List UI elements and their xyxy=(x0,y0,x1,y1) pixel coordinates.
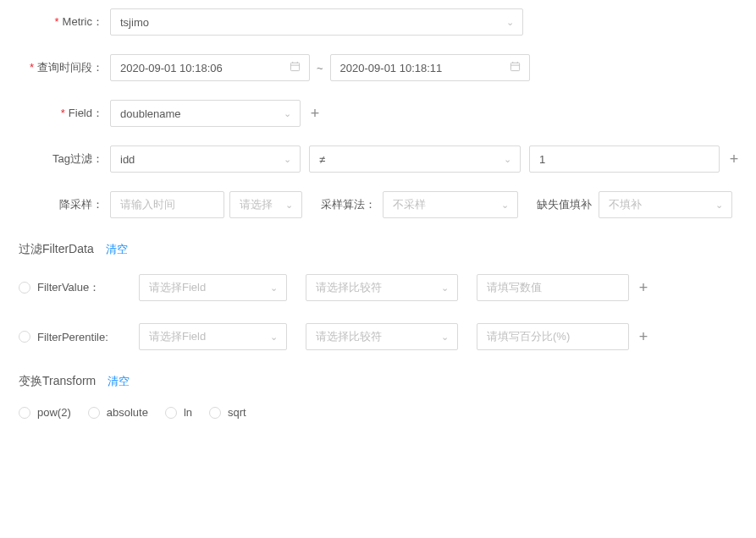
transform-absolute-option[interactable]: absolute xyxy=(88,406,148,419)
filterdata-clear-link[interactable]: 清空 xyxy=(106,242,128,257)
filterpercentile-radio[interactable] xyxy=(19,331,30,343)
filterpercentile-percent-input[interactable]: 请填写百分比(%) xyxy=(477,323,629,350)
filterdata-section-title: 过滤FilterData xyxy=(19,242,94,257)
tag-op-select[interactable]: ≠ ⌄ xyxy=(309,145,521,173)
filterpercentile-comparator-placeholder: 请选择比较符 xyxy=(316,329,382,344)
filterpercentile-label: FilterPerentile: xyxy=(37,331,108,343)
svg-rect-0 xyxy=(290,63,299,70)
transform-pow2-radio[interactable] xyxy=(19,407,30,419)
filtervalue-field-select[interactable]: 请选择Field ⌄ xyxy=(139,274,287,301)
chevron-down-icon: ⌄ xyxy=(285,200,293,211)
add-filtervalue-button[interactable]: + xyxy=(634,279,653,297)
calendar-icon xyxy=(290,61,301,74)
field-label: Field： xyxy=(0,106,110,121)
transform-section-title: 变换Transform xyxy=(19,374,96,389)
transform-pow2-label: pow(2) xyxy=(37,406,71,419)
downsample-time-placeholder: 请输入时间 xyxy=(120,197,175,212)
time-start-input[interactable]: 2020-09-01 10:18:06 xyxy=(110,54,310,81)
transform-sqrt-label: sqrt xyxy=(228,406,246,419)
filtervalue-number-input[interactable]: 请填写数值 xyxy=(477,274,629,301)
time-end-value: 2020-09-01 10:18:11 xyxy=(340,62,443,74)
calendar-icon xyxy=(510,61,521,74)
svg-rect-1 xyxy=(510,63,519,70)
samplingalgo-label: 采样算法： xyxy=(321,197,383,212)
transform-ln-option[interactable]: ln xyxy=(165,406,192,419)
chevron-down-icon: ⌄ xyxy=(501,200,509,211)
add-filterpercentile-button[interactable]: + xyxy=(634,328,653,346)
filterpercentile-comparator-select[interactable]: 请选择比较符 ⌄ xyxy=(306,323,458,350)
missingfill-placeholder: 不填补 xyxy=(609,197,642,212)
transform-pow2-option[interactable]: pow(2) xyxy=(19,406,71,419)
downsample-unit-select[interactable]: 请选择 ⌄ xyxy=(229,191,302,218)
chevron-down-icon: ⌄ xyxy=(270,283,278,294)
transform-ln-label: ln xyxy=(184,406,192,419)
filtervalue-comparator-placeholder: 请选择比较符 xyxy=(316,280,382,295)
add-tag-button[interactable]: + xyxy=(725,151,743,168)
field-select[interactable]: doublename ⌄ xyxy=(110,100,301,127)
metric-select[interactable]: tsjimo ⌄ xyxy=(110,8,523,36)
chevron-down-icon: ⌄ xyxy=(270,332,278,343)
timerange-label: 查询时间段： xyxy=(0,60,110,75)
samplingalgo-placeholder: 不采样 xyxy=(393,197,426,212)
chevron-down-icon: ⌄ xyxy=(441,283,449,294)
transform-absolute-label: absolute xyxy=(107,406,148,419)
tag-value-text: 1 xyxy=(539,153,545,166)
chevron-down-icon: ⌄ xyxy=(441,332,449,343)
tagfilter-label: Tag过滤： xyxy=(0,151,110,167)
missingfill-select[interactable]: 不填补 ⌄ xyxy=(599,191,732,218)
chevron-down-icon: ⌄ xyxy=(506,17,514,28)
tag-op-value: ≠ xyxy=(319,153,325,166)
filtervalue-number-placeholder: 请填写数值 xyxy=(487,280,542,295)
tag-key-value: idd xyxy=(120,153,135,166)
transform-ln-radio[interactable] xyxy=(165,407,177,419)
filtervalue-comparator-select[interactable]: 请选择比较符 ⌄ xyxy=(306,274,458,301)
metric-label: Metric： xyxy=(0,14,110,30)
tag-key-select[interactable]: idd ⌄ xyxy=(110,145,301,173)
missingfill-label: 缺失值填补 xyxy=(537,197,599,212)
add-field-button[interactable]: + xyxy=(306,105,324,123)
tilde-separator: ~ xyxy=(310,62,330,74)
transform-absolute-radio[interactable] xyxy=(88,407,100,419)
chevron-down-icon: ⌄ xyxy=(715,200,723,211)
chevron-down-icon: ⌄ xyxy=(284,108,291,119)
metric-value: tsjimo xyxy=(120,16,149,29)
filterpercentile-field-placeholder: 请选择Field xyxy=(149,329,206,344)
time-end-input[interactable]: 2020-09-01 10:18:11 xyxy=(330,54,530,81)
transform-sqrt-option[interactable]: sqrt xyxy=(209,406,246,419)
downsample-label: 降采样： xyxy=(0,197,110,212)
downsample-unit-placeholder: 请选择 xyxy=(240,197,273,212)
chevron-down-icon: ⌄ xyxy=(504,154,511,165)
field-value: doublename xyxy=(120,107,181,120)
filterpercentile-percent-placeholder: 请填写百分比(%) xyxy=(487,329,570,344)
tag-value-input[interactable]: 1 xyxy=(529,145,720,173)
samplingalgo-select[interactable]: 不采样 ⌄ xyxy=(383,191,518,218)
downsample-time-input[interactable]: 请输入时间 xyxy=(110,191,224,218)
filterpercentile-field-select[interactable]: 请选择Field ⌄ xyxy=(139,323,287,350)
time-start-value: 2020-09-01 10:18:06 xyxy=(120,62,223,74)
chevron-down-icon: ⌄ xyxy=(284,154,291,165)
filtervalue-radio[interactable] xyxy=(19,282,30,294)
filtervalue-field-placeholder: 请选择Field xyxy=(149,280,206,295)
transform-clear-link[interactable]: 清空 xyxy=(108,374,130,389)
transform-sqrt-radio[interactable] xyxy=(209,407,221,419)
filtervalue-label: FilterValue： xyxy=(37,280,100,295)
